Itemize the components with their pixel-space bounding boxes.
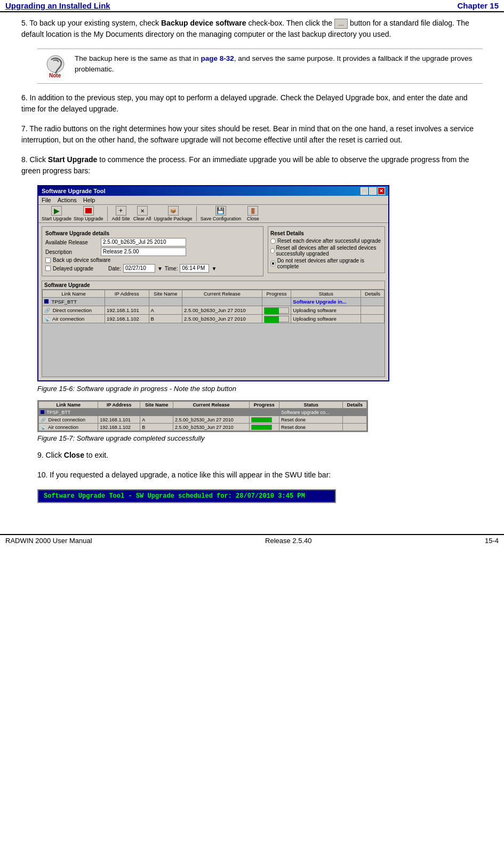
small-group-release — [173, 409, 250, 416]
page-content: 5. To back up your existing system, chec… — [0, 12, 504, 518]
toolbar-separator-1 — [107, 206, 108, 221]
note-link[interactable]: page 8-32 — [201, 54, 234, 62]
direct-details — [361, 306, 385, 315]
air-icon: 📡 — [44, 316, 50, 322]
small-air-details — [343, 424, 367, 431]
clear-all-button[interactable]: ✕ Clear All — [133, 206, 152, 221]
chapter-title-left: Upgrading an Installed Link — [5, 1, 110, 10]
small-direct-progress — [249, 416, 279, 424]
time-input[interactable]: 06:14 PM — [180, 264, 209, 273]
group-status: Software Upgrade in... — [291, 298, 361, 306]
small-row-direct: 🔗 Direct connection 192.168.1.101 A 2.5.… — [39, 416, 367, 424]
col-site-name: Site Name — [149, 290, 182, 298]
item-6-text: 6. In addition to the previous step, you… — [21, 92, 483, 115]
add-site-button[interactable]: + Add Site — [111, 206, 131, 221]
small-upgrade-table: Link Name IP Address Site Name Current R… — [38, 401, 367, 431]
available-release-row: Available Release 2.5.00_b2635_Jul 25 20… — [45, 238, 260, 246]
item-5-suffix: check-box. Then click the — [246, 19, 334, 27]
col-progress: Progress — [262, 290, 291, 298]
small-air-status: Reset done — [279, 424, 342, 431]
radio-option-3[interactable]: Do not reset devices after upgrade is co… — [270, 258, 382, 269]
small-group-name: TPSF_BTT — [39, 409, 98, 416]
small-direct-ip: 192.168.1.101 — [98, 416, 140, 424]
upgrade-package-button[interactable]: 📦 Upgrade Package — [154, 206, 193, 221]
upgrade-table: Link Name IP Address Site Name Current R… — [42, 290, 385, 323]
backup-row: Back up device software — [45, 257, 260, 263]
two-col-layout: Software Upgrade details Available Relea… — [42, 226, 385, 278]
table-row-air: 📡 Air connection 192.168.1.102 B 2.5.00_… — [43, 315, 385, 323]
time-dropdown-icon[interactable]: ▼ — [211, 266, 217, 272]
col-current-release: Current Release — [182, 290, 262, 298]
screenshot-toolbar: ▶ Start Upgrade Stop Upgrade + Add Site … — [38, 205, 388, 223]
close-tool-button[interactable]: 🚪 Close — [243, 206, 262, 221]
table-row-direct: 🔗 Direct connection 192.168.1.101 A 2.5.… — [43, 306, 385, 315]
air-status: Uploading software — [291, 315, 361, 323]
delayed-row: Delayed upgrade Date: 02/27/10 ▼ Time: 0… — [45, 264, 260, 273]
item-6: 6. In addition to the previous step, you… — [21, 92, 483, 115]
direct-icon: 🔗 — [44, 308, 50, 313]
backup-checkbox[interactable] — [45, 258, 51, 263]
small-direct-status: Reset done — [279, 416, 342, 424]
page-header: Upgrading an Installed Link Chapter 15 — [0, 0, 504, 12]
small-row-group: TPSF_BTT Software upgrade co... — [39, 409, 367, 416]
small-group-ip — [98, 409, 140, 416]
figure-7-screenshot: Link Name IP Address Site Name Current R… — [37, 400, 368, 432]
small-group-status: Software upgrade co... — [279, 409, 342, 416]
direct-progress — [262, 306, 291, 315]
small-direct-release: 2.5.00_b2530_Jun 27 2010 — [173, 416, 250, 424]
page-footer: RADWIN 2000 User Manual Release 2.5.40 1… — [0, 534, 504, 546]
item-9-prefix: 9. Click — [37, 451, 64, 459]
upgrade-details-section: Software Upgrade details Available Relea… — [42, 226, 263, 276]
menu-actions[interactable]: Actions — [58, 197, 77, 203]
radio-1-circle[interactable] — [270, 238, 276, 244]
description-row: Description Release 2.5.00 — [45, 248, 260, 256]
radio-2-circle[interactable] — [270, 248, 275, 253]
small-col-status: Status — [279, 402, 342, 409]
date-input[interactable]: 02/27/10 — [123, 264, 155, 273]
col-status: Status — [291, 290, 361, 298]
small-air-ip: 192.168.1.102 — [98, 424, 140, 431]
small-col-ip: IP Address — [98, 402, 140, 409]
group-details — [361, 298, 385, 306]
direct-progress-bar — [265, 308, 279, 314]
direct-name: 🔗 Direct connection — [43, 306, 105, 315]
note-box: Note The backup here is the same as that… — [37, 49, 483, 84]
empty-table-area — [42, 323, 385, 377]
air-name: 📡 Air connection — [43, 315, 105, 323]
close-button[interactable]: ✕ — [378, 187, 385, 195]
radio-option-2[interactable]: Reset all devices after all selected dev… — [270, 245, 382, 257]
available-release-value: 2.5.00_b2635_Jul 25 2010 — [101, 238, 186, 246]
right-column: Reset Details Reset each device after su… — [268, 226, 385, 278]
toolbar-separator-2 — [196, 206, 197, 221]
delayed-checkbox[interactable] — [45, 266, 51, 271]
group-progress — [262, 298, 291, 306]
browse-button[interactable]: … — [334, 19, 348, 29]
item-9: 9. Click Close to exit. — [37, 450, 483, 461]
item-5-bold: Backup device software — [161, 19, 246, 27]
small-direct-name: 🔗 Direct connection — [39, 416, 98, 424]
small-group-indicator — [41, 410, 44, 414]
save-configuration-button[interactable]: 💾 Save Configuration — [201, 206, 242, 221]
small-col-details: Details — [343, 402, 367, 409]
small-row-air: 📡 Air connection 192.168.1.102 B 2.5.00_… — [39, 424, 367, 431]
small-direct-details — [343, 416, 367, 424]
menu-help[interactable]: Help — [83, 197, 95, 203]
item-7-text: 7. The radio buttons on the right determ… — [21, 123, 483, 146]
radio-3-circle[interactable] — [270, 261, 276, 266]
stop-upgrade-button[interactable]: Stop Upgrade — [74, 206, 103, 221]
table-row-group: TPSF_BTT Software Upgrade in... — [43, 298, 385, 306]
available-release-label: Available Release — [45, 240, 99, 245]
item-5: 5. To back up your existing system, chec… — [21, 18, 483, 40]
dropdown-icon[interactable]: ▼ — [157, 266, 163, 272]
group-ip — [105, 298, 149, 306]
start-upgrade-button[interactable]: ▶ Start Upgrade — [42, 206, 71, 221]
date-label: Date: — [108, 266, 121, 272]
time-label: Time: — [165, 266, 178, 272]
small-direct-site: A — [140, 416, 173, 424]
small-col-release: Current Release — [173, 402, 250, 409]
radio-option-1[interactable]: Reset each device after successful upgra… — [270, 238, 382, 244]
maximize-button[interactable]: □ — [369, 187, 377, 195]
minimize-button[interactable]: _ — [361, 187, 368, 195]
menu-file[interactable]: File — [42, 197, 51, 203]
air-ip: 192.168.1.102 — [105, 315, 149, 323]
